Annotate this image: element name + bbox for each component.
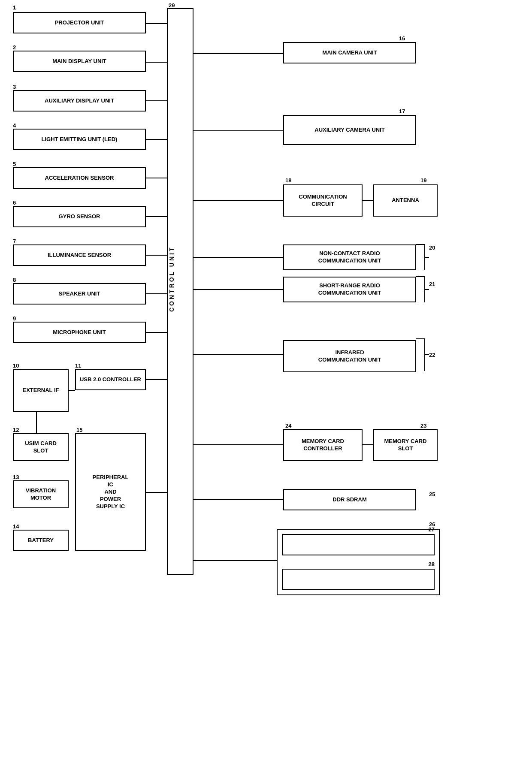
light-emitting-unit-label: LIGHT EMITTING UNIT (LED)	[42, 136, 118, 143]
antenna-label: ANTENNA	[392, 197, 419, 204]
ref-11: 11	[75, 362, 81, 369]
usb-controller-label: USB 2.0 CONTROLLER	[80, 376, 141, 383]
ref-8: 8	[13, 277, 16, 283]
nand-flash-box	[282, 569, 435, 590]
ref-23: 23	[420, 422, 426, 429]
ref-2: 2	[13, 44, 16, 51]
auxiliary-camera-unit-box: AUXILIARY CAMERA UNIT	[283, 115, 416, 145]
ref-27: 27	[429, 526, 435, 534]
communication-circuit-box: COMMUNICATION CIRCUIT	[283, 184, 363, 217]
vibration-motor-box: VIBRATION MOTOR	[13, 480, 69, 508]
battery-box: BATTERY	[13, 530, 69, 551]
ref-13: 13	[13, 474, 19, 480]
communication-circuit-label: COMMUNICATION CIRCUIT	[299, 193, 347, 208]
memory-card-slot-box: MEMORY CARD SLOT	[373, 429, 438, 461]
projector-unit-box: PROJECTOR UNIT	[13, 12, 146, 33]
ref-3: 3	[13, 84, 16, 90]
operation-unit-box: DDR SDRAM	[283, 489, 416, 510]
microphone-unit-box: MICROPHONE UNIT	[13, 322, 146, 343]
infrared-communication-label: INFRARED COMMUNICATION UNIT	[318, 349, 381, 364]
ref-15: 15	[76, 427, 82, 433]
ref-5: 5	[13, 161, 16, 167]
illuminance-sensor-box: ILLUMINANCE SENSOR	[13, 244, 146, 266]
usim-card-slot-box: USIM CARD SLOT	[13, 433, 69, 461]
memory-card-controller-box: MEMORY CARD CONTROLLER	[283, 429, 363, 461]
memory-card-slot-label: MEMORY CARD SLOT	[384, 438, 427, 452]
auxiliary-display-unit-label: AUXILIARY DISPLAY UNIT	[45, 97, 114, 105]
light-emitting-unit-box: LIGHT EMITTING UNIT (LED)	[13, 129, 146, 150]
main-display-unit-box: MAIN DISPLAY UNIT	[13, 51, 146, 72]
memory-group-box: 27 28	[277, 529, 440, 595]
short-range-radio-box: SHORT-RANGE RADIO COMMUNICATION UNIT	[283, 277, 416, 302]
short-range-radio-label: SHORT-RANGE RADIO COMMUNICATION UNIT	[318, 282, 381, 297]
ref-25: 25	[429, 491, 435, 498]
ref-7: 7	[13, 238, 16, 244]
ref-29: 29	[169, 2, 175, 9]
ref-24: 24	[285, 422, 291, 429]
control-unit-label: CONTROL UNIT	[168, 86, 192, 472]
ref-28: 28	[429, 561, 435, 568]
speaker-unit-box: SPEAKER UNIT	[13, 283, 146, 305]
non-contact-radio-label: NON-CONTACT RADIO COMMUNICATION UNIT	[318, 250, 381, 265]
antenna-box: ANTENNA	[373, 184, 438, 217]
usb-controller-box: USB 2.0 CONTROLLER	[75, 369, 146, 390]
auxiliary-camera-unit-label: AUXILIARY CAMERA UNIT	[314, 127, 384, 134]
acceleration-sensor-label: ACCELERATION SENSOR	[45, 175, 114, 182]
non-contact-radio-box: NON-CONTACT RADIO COMMUNICATION UNIT	[283, 244, 416, 270]
ref-18: 18	[285, 177, 291, 184]
external-if-box: EXTERNAL IF	[13, 369, 69, 412]
ref-20: 20	[429, 244, 435, 251]
auxiliary-display-unit-box: AUXILIARY DISPLAY UNIT	[13, 90, 146, 112]
operation-unit-label: DDR SDRAM	[332, 496, 366, 504]
ref-10: 10	[13, 362, 19, 369]
projector-unit-label: PROJECTOR UNIT	[55, 19, 104, 27]
main-camera-unit-label: MAIN CAMERA UNIT	[322, 49, 377, 57]
ref-9: 9	[13, 315, 16, 322]
ref-16: 16	[399, 35, 405, 42]
main-display-unit-label: MAIN DISPLAY UNIT	[52, 58, 106, 65]
ref-17: 17	[399, 108, 405, 115]
ref-1: 1	[13, 4, 16, 11]
main-camera-unit-box: MAIN CAMERA UNIT	[283, 42, 416, 63]
infrared-communication-box: INFRARED COMMUNICATION UNIT	[283, 340, 416, 372]
ref-6: 6	[13, 199, 16, 206]
illuminance-sensor-label: ILLUMINANCE SENSOR	[48, 252, 111, 259]
microphone-unit-label: MICROPHONE UNIT	[53, 329, 106, 336]
memory-card-controller-label: MEMORY CARD CONTROLLER	[302, 438, 344, 452]
ref-14: 14	[13, 523, 19, 530]
ref-22: 22	[429, 352, 435, 358]
ddr-sdram-box	[282, 534, 435, 555]
external-if-label: EXTERNAL IF	[23, 387, 59, 394]
ref-19: 19	[420, 177, 426, 184]
speaker-unit-label: SPEAKER UNIT	[59, 290, 100, 298]
peripheral-ic-label: PERIPHERAL IC AND POWER SUPPLY IC	[93, 474, 129, 510]
gyro-sensor-box: GYRO SENSOR	[13, 206, 146, 227]
battery-label: BATTERY	[28, 537, 54, 544]
ref-21: 21	[429, 281, 435, 287]
peripheral-ic-box: PERIPHERAL IC AND POWER SUPPLY IC	[75, 433, 146, 551]
ref-4: 4	[13, 122, 16, 129]
ref-12: 12	[13, 427, 19, 433]
usim-card-slot-label: USIM CARD SLOT	[25, 440, 57, 455]
block-diagram: CONTROL UNIT 1 PROJECTOR UNIT 2 MAIN DIS…	[0, 0, 532, 760]
acceleration-sensor-box: ACCELERATION SENSOR	[13, 167, 146, 189]
vibration-motor-label: VIBRATION MOTOR	[26, 487, 56, 502]
gyro-sensor-label: GYRO SENSOR	[59, 213, 100, 220]
